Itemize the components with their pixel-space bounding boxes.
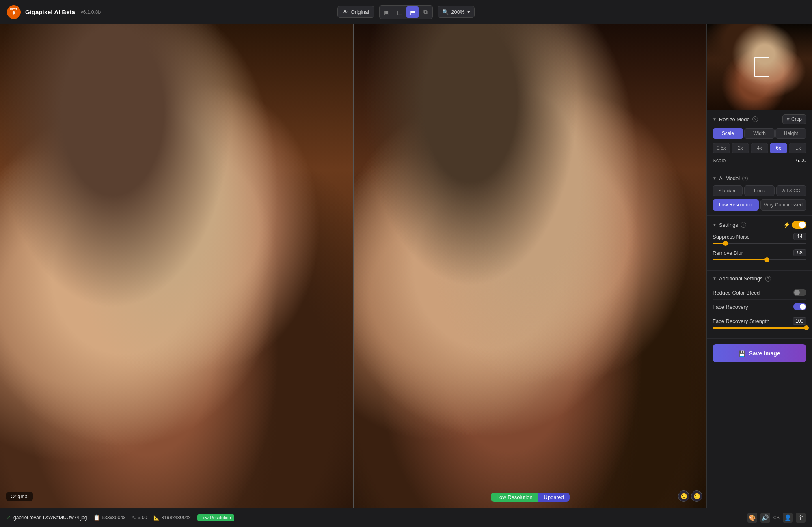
- crop-button[interactable]: ⌗ Crop: [782, 114, 806, 124]
- settings-toggle[interactable]: [792, 221, 806, 229]
- original-label: Original: [350, 9, 369, 15]
- model-verycompressed-button[interactable]: Very Compressed: [760, 199, 807, 211]
- suppress-noise-label: Suppress Noise: [713, 234, 750, 240]
- original-image-panel: Original: [0, 24, 353, 508]
- ai-model-title-group: ▼ AI Model ?: [713, 175, 748, 181]
- width-tab[interactable]: Width: [744, 128, 775, 139]
- face-recovery-strength-label: Face Recovery Strength: [713, 318, 769, 324]
- bottom-icon-group: 🎨 🔊 CB 👤 🗑: [747, 513, 806, 523]
- svg-text:BETA: BETA: [10, 8, 18, 11]
- original-image: [0, 24, 353, 508]
- scale-6x-button[interactable]: 6x: [770, 143, 787, 153]
- ai-model-section: ▼ AI Model ? Standard Lines Art & CG Low…: [707, 170, 812, 216]
- original-panel-label: Original: [6, 492, 33, 501]
- audio-icon[interactable]: 🔊: [760, 513, 770, 523]
- height-tab[interactable]: Height: [775, 128, 806, 139]
- model-lowres-button[interactable]: Low Resolution: [713, 199, 759, 211]
- ai-model-help-icon[interactable]: ?: [742, 176, 748, 181]
- settings-header: ▼ Settings ? ⚡: [713, 221, 806, 229]
- resize-mode-label: Resize Mode: [719, 116, 750, 123]
- emoji-sad-button[interactable]: 🙁: [691, 490, 702, 502]
- face-recovery-strength-fill: [713, 327, 806, 329]
- model-artcg-button[interactable]: Art & CG: [776, 185, 806, 196]
- low-resolution-label: Low Resolution: [491, 493, 538, 502]
- right-panel: ▼ Resize Mode ? ⌗ Crop Scale Width Heigh…: [706, 24, 812, 508]
- resize-chevron-icon[interactable]: ▼: [713, 117, 717, 122]
- settings-chevron-icon[interactable]: ▼: [713, 223, 717, 227]
- scale-tab[interactable]: Scale: [713, 128, 743, 139]
- eye-icon: 👁: [343, 9, 348, 15]
- lightning-icon: ⚡: [783, 222, 790, 228]
- face-recovery-strength-row: Face Recovery Strength 100: [713, 317, 806, 329]
- settings-section: ▼ Settings ? ⚡ Suppress Noise 14: [707, 216, 812, 271]
- app-logo: BETA: [6, 5, 21, 19]
- app-name: Gigapixel AI Beta: [25, 9, 75, 15]
- reduce-color-bleed-toggle[interactable]: [793, 289, 806, 296]
- scale-2x-button[interactable]: 2x: [732, 143, 749, 153]
- filename: gabriel-tovar-TXWNzMCOw74.jpg: [13, 515, 87, 521]
- face-recovery-strength-track: [713, 327, 806, 329]
- save-icon: 💾: [739, 350, 745, 357]
- scale-info: ⤡ 6.00: [132, 515, 147, 521]
- view-compare-button[interactable]: ⧉: [419, 6, 432, 18]
- face-recovery-strength-label-row: Face Recovery Strength 100: [713, 317, 806, 325]
- user-icon[interactable]: 👤: [783, 513, 793, 523]
- view-split-v-button[interactable]: ⬒: [406, 6, 419, 18]
- model-standard-button[interactable]: Standard: [713, 185, 743, 196]
- enhanced-panel-labels: Low Resolution Updated: [491, 493, 570, 502]
- output-size-icon: 📐: [153, 515, 160, 521]
- crop-label: Crop: [791, 116, 802, 122]
- save-image-button[interactable]: 💾 Save Image: [713, 344, 806, 362]
- additional-settings-label: Additional Settings: [719, 275, 763, 282]
- scale-value-row: Scale 6.00: [713, 157, 806, 163]
- enhanced-image-panel: Low Resolution Updated 🙂 🙁: [354, 24, 707, 508]
- app-version: v6.1.0.8b: [81, 9, 101, 15]
- scale-0-5x-button[interactable]: 0.5x: [713, 143, 730, 153]
- remove-blur-slider-row: Remove Blur 58: [713, 249, 806, 260]
- face-recovery-toggle[interactable]: [793, 303, 806, 310]
- reduce-color-bleed-label: Reduce Color Bleed: [713, 290, 760, 296]
- scale-custom-button[interactable]: ...x: [789, 143, 806, 153]
- scale-4x-button[interactable]: 4x: [751, 143, 768, 153]
- color-icon[interactable]: 🎨: [747, 513, 757, 523]
- additional-settings-title-group: ▼ Additional Settings ?: [713, 275, 771, 282]
- zoom-chevron-icon: ▾: [467, 9, 470, 15]
- ai-model-chevron-icon[interactable]: ▼: [713, 176, 717, 181]
- bottombar: ✓ gabriel-tovar-TXWNzMCOw74.jpg 📋 533x80…: [0, 508, 812, 527]
- face-recovery-strength-thumb[interactable]: [804, 325, 809, 330]
- view-single-button[interactable]: ▣: [380, 6, 393, 18]
- original-toggle-button[interactable]: 👁 Original: [337, 6, 374, 18]
- suppress-noise-slider-row: Suppress Noise 14: [713, 233, 806, 244]
- emoji-happy-button[interactable]: 🙂: [678, 490, 689, 502]
- check-icon: ✓: [6, 514, 11, 521]
- scale-value: 6.00: [796, 157, 806, 163]
- resize-mode-section: ▼ Resize Mode ? ⌗ Crop Scale Width Heigh…: [707, 110, 812, 170]
- model-lines-button[interactable]: Lines: [744, 185, 774, 196]
- ai-model-header: ▼ AI Model ?: [713, 175, 806, 181]
- additional-settings-chevron-icon[interactable]: ▼: [713, 276, 717, 281]
- topbar-controls: 👁 Original ▣ ◫ ⬒ ⧉ 🔍 200% ▾: [337, 5, 474, 19]
- view-split-h-button[interactable]: ◫: [393, 6, 406, 18]
- zoom-icon: 🔍: [442, 9, 449, 15]
- face-recovery-row: Face Recovery: [713, 300, 806, 314]
- face-recovery-strength-value: 100: [793, 317, 806, 325]
- save-label: Save Image: [749, 350, 780, 357]
- settings-help-icon[interactable]: ?: [741, 222, 746, 228]
- face-recovery-label: Face Recovery: [713, 304, 748, 310]
- remove-blur-track: [713, 259, 806, 260]
- resize-mode-help-icon[interactable]: ?: [752, 116, 758, 122]
- remove-blur-value: 58: [793, 249, 806, 256]
- delete-icon[interactable]: 🗑: [796, 513, 806, 523]
- suppress-noise-thumb[interactable]: [723, 241, 728, 246]
- zoom-control[interactable]: 🔍 200% ▾: [438, 6, 474, 18]
- resize-tab-group: Scale Width Height: [713, 128, 806, 139]
- additional-settings-help-icon[interactable]: ?: [765, 276, 771, 282]
- remove-blur-thumb[interactable]: [764, 257, 769, 262]
- bottom-info-area: 📋 533x800px ⤡ 6.00 📐 3198x4800px Low Res…: [93, 514, 234, 521]
- remove-blur-fill: [713, 259, 767, 260]
- thumbnail-selector[interactable]: [754, 57, 769, 77]
- remove-blur-label-row: Remove Blur 58: [713, 249, 806, 256]
- model-buttons-row1: Standard Lines Art & CG: [713, 185, 806, 196]
- settings-label: Settings: [719, 222, 738, 228]
- suppress-noise-track: [713, 243, 806, 244]
